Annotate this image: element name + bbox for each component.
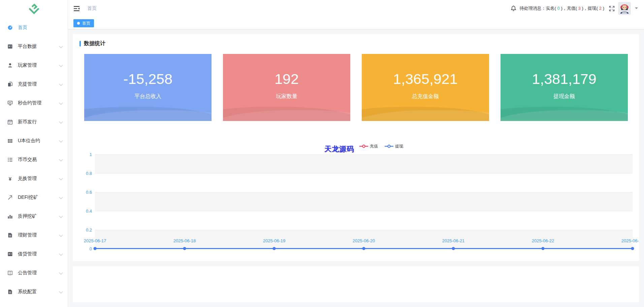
legend-label: 充值 — [370, 144, 378, 149]
sidebar-item-label: 充提管理 — [18, 81, 37, 87]
chart-plot: 10.80.60.40.20 — [95, 154, 633, 249]
sheet-icon — [7, 44, 13, 49]
grid-band — [95, 154, 633, 173]
breadcrumb[interactable]: 首页 — [87, 5, 97, 11]
stat-card-3: 1,381,179提现金额 — [501, 54, 628, 121]
sidebar-item-label: 平台数据 — [18, 43, 37, 50]
tab-home[interactable]: 首页 — [73, 19, 94, 27]
data-point[interactable] — [542, 247, 545, 250]
sidebar-item-label: 秒合约管理 — [18, 100, 41, 106]
sidebar-item-label: 公告管理 — [18, 270, 37, 276]
chevron-down-icon — [59, 233, 63, 237]
data-point[interactable] — [631, 247, 634, 250]
legend-label: 提现 — [395, 144, 403, 149]
sidebar-item-list-7[interactable]: 币币交易 — [0, 150, 68, 169]
doc-icon — [7, 289, 13, 295]
app-logo[interactable] — [0, 0, 68, 18]
sidebar-item-copydocs-3[interactable]: 充提管理 — [0, 75, 68, 94]
sidebar-item-grid-6[interactable]: U本位合约 — [0, 131, 68, 150]
pending-count-实名: 0 — [557, 6, 560, 11]
sidebar-item-yen-8[interactable]: ¥兑换管理 — [0, 169, 68, 188]
svg-text:¥: ¥ — [9, 176, 12, 181]
sidebar-item-doc-14[interactable]: 系统配置 — [0, 282, 68, 301]
sidebar-item-label: 首页 — [18, 25, 27, 31]
avatar[interactable] — [618, 2, 631, 15]
sidebar-item-dashboard-0[interactable]: 首页 — [0, 18, 68, 37]
sheet-icon — [7, 251, 13, 257]
stat-cards: -15,258平台总收入192玩家数量1,365,921总充值金额1,381,1… — [84, 54, 628, 121]
stat-card-value: 1,381,179 — [532, 72, 596, 86]
legend-marker — [359, 145, 368, 148]
tab-active-dot — [77, 22, 80, 25]
y-axis-label: 0.8 — [86, 171, 92, 176]
chevron-down-icon — [59, 157, 63, 161]
user-icon — [7, 63, 13, 68]
sidebar-item-label: 兑换管理 — [18, 176, 37, 182]
grid-band — [95, 211, 633, 230]
topbar: 首页 待处理消息：实名( 0 )，充值( 3 )，提现( 2 ) — [68, 0, 644, 17]
sidebar-item-user-2[interactable]: 玩家管理 — [0, 56, 68, 75]
section-title-bar — [79, 41, 81, 47]
pending-messages: 待处理消息：实名( 0 )，充值( 3 )，提现( 2 ) — [520, 5, 604, 11]
x-axis-label: 2025-06-22 — [532, 238, 554, 243]
chevron-down-icon — [59, 195, 63, 199]
x-axis-label: 2025-06-17 — [84, 238, 106, 243]
copydocs-icon — [7, 82, 13, 87]
section-title: 数据统计 — [79, 40, 633, 47]
x-axis-label: 2025-06-19 — [263, 238, 286, 243]
chevron-down-icon — [59, 101, 63, 104]
sidebar: 首页平台数据玩家管理充提管理秒合约管理新币发行U本位合约币币交易¥兑换管理DEF… — [0, 0, 68, 307]
chevron-down-icon — [59, 176, 63, 180]
content: 数据统计 -15,258平台总收入192玩家数量1,365,921总充值金额1,… — [68, 29, 644, 307]
sidebar-menu: 首页平台数据玩家管理充提管理秒合约管理新币发行U本位合约币币交易¥兑换管理DEF… — [0, 18, 68, 301]
y-axis-label: 1 — [90, 152, 92, 157]
fullscreen-icon[interactable] — [609, 6, 615, 11]
section-title-text: 数据统计 — [84, 40, 105, 47]
collapse-sidebar-icon[interactable] — [73, 6, 80, 11]
data-point[interactable] — [94, 247, 97, 250]
logo-icon — [27, 3, 41, 16]
data-point[interactable] — [452, 247, 455, 250]
app-root: 首页平台数据玩家管理充提管理秒合约管理新币发行U本位合约币币交易¥兑换管理DEF… — [0, 0, 644, 307]
pending-count-充值: 3 — [578, 6, 581, 11]
stat-card-value: 1,365,921 — [393, 72, 457, 86]
chevron-down-icon — [59, 44, 63, 48]
data-point[interactable] — [183, 247, 186, 250]
board-icon — [7, 100, 13, 106]
sidebar-item-label: 新币发行 — [18, 119, 37, 125]
sidebar-item-doc-11[interactable]: 理财管理 — [0, 226, 68, 245]
data-point[interactable] — [272, 247, 276, 250]
main-area: 首页 待处理消息：实名( 0 )，充值( 3 )，提现( 2 ) — [68, 0, 644, 307]
stat-card-1: 192玩家数量 — [223, 54, 350, 121]
grid-icon — [7, 138, 13, 144]
sidebar-item-board-4[interactable]: 秒合约管理 — [0, 94, 68, 113]
yen-icon: ¥ — [7, 176, 13, 181]
chevron-down-icon — [59, 82, 63, 86]
stat-card-label: 平台总收入 — [134, 93, 161, 100]
dashboard-icon — [7, 25, 13, 30]
mining-icon — [7, 195, 13, 200]
sidebar-item-mining-9[interactable]: DEFI挖矿 — [0, 188, 68, 207]
sidebar-item-calendar-5[interactable]: 新币发行 — [0, 113, 68, 131]
sidebar-item-sheet-12[interactable]: 借贷管理 — [0, 245, 68, 264]
topbar-right: 待处理消息：实名( 0 )，充值( 3 )，提现( 2 ) — [511, 2, 638, 15]
sidebar-item-book-13[interactable]: 公告管理 — [0, 264, 68, 282]
legend-item-1[interactable]: 提现 — [385, 144, 403, 149]
caret-down-icon[interactable] — [635, 7, 638, 9]
pending-count-提现: 2 — [599, 6, 602, 11]
sidebar-item-label: 币币交易 — [18, 157, 37, 163]
x-axis-label: 2025-06-18 — [173, 238, 196, 243]
data-point[interactable] — [362, 247, 365, 250]
y-axis-label: 0.6 — [86, 190, 92, 195]
stat-card-label: 提现金额 — [553, 93, 575, 100]
sidebar-item-label: 玩家管理 — [18, 62, 37, 68]
sidebar-item-label: U本位合约 — [18, 138, 40, 144]
grid-band — [95, 192, 633, 211]
sidebar-item-sheet-1[interactable]: 平台数据 — [0, 37, 68, 56]
stat-card-label: 玩家数量 — [276, 93, 297, 100]
sidebar-item-bars-10[interactable]: 质押挖矿 — [0, 207, 68, 226]
x-axis-label: 2025-06-21 — [442, 238, 465, 243]
bell-icon[interactable] — [511, 5, 516, 11]
chart-header: 天龙源码 充值提现 — [95, 142, 633, 151]
legend-item-0[interactable]: 充值 — [359, 144, 378, 149]
